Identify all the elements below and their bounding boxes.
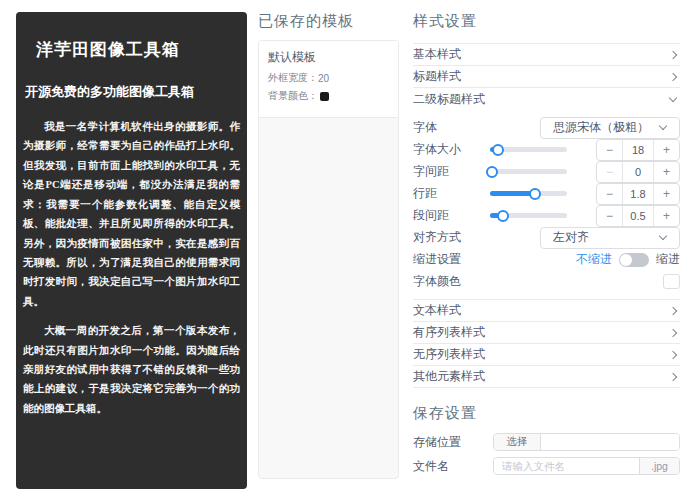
style-settings-title: 样式设置 [413,12,680,31]
font-size-value[interactable]: 18 [622,140,654,160]
indent-off-label: 不缩进 [576,251,612,268]
slider-handle[interactable] [497,210,509,222]
letter-spacing-value[interactable]: 0 [622,162,654,182]
switch-knob [620,254,632,266]
filename-group: .jpg [493,457,680,475]
font-family-select[interactable]: 思源宋体（极粗） [540,117,680,139]
section-basic-style[interactable]: 基本样式 [413,44,680,66]
h2-style-form: 字体 思源宋体（极粗） 字体大小 − 18 + [413,110,680,299]
section-title-style[interactable]: 标题样式 [413,66,680,88]
alignment-value: 左对齐 [553,229,589,246]
plus-button[interactable]: + [654,206,679,226]
preview-subtitle: 开源免费的多功能图像工具箱 [25,83,242,101]
filename-label: 文件名 [413,458,490,475]
template-name: 默认模板 [268,49,389,66]
font-size-row: 字体大小 − 18 + [413,139,680,160]
minus-button[interactable]: − [597,162,622,182]
slider-handle[interactable] [486,166,498,178]
save-settings-form: 存储位置 选择 文件名 .jpg [413,433,680,475]
template-border-width-value: 20 [318,73,329,84]
line-height-label: 行距 [413,185,490,202]
storage-location-label: 存储位置 [413,434,490,451]
template-list: 默认模板 外框宽度： 20 背景颜色： [258,40,399,479]
style-settings-panel: 样式设置 基本样式 标题样式 二级标题样式 字体 思源宋体（极粗） [413,12,680,495]
minus-button[interactable]: − [597,184,622,204]
paragraph-spacing-row: 段间距 − 0.5 + [413,205,680,226]
indent-row: 缩进设置 不缩进 缩进 [413,249,680,270]
chevron-right-icon [669,306,677,314]
section-other-elements-style-label: 其他元素样式 [413,368,485,385]
template-border-width: 外框宽度： 20 [268,71,389,85]
font-color-label: 字体颜色 [413,273,490,290]
section-unordered-list-style[interactable]: 无序列表样式 [413,344,680,366]
paragraph-spacing-value[interactable]: 0.5 [622,206,654,226]
paragraph-spacing-label: 段间距 [413,207,490,224]
alignment-label: 对齐方式 [413,229,490,246]
slider-handle[interactable] [529,188,541,200]
font-size-slider[interactable] [490,147,567,152]
font-family-value: 思源宋体（极粗） [553,119,649,136]
chevron-down-icon [659,121,667,129]
font-color-swatch[interactable] [663,274,680,289]
filename-row: 文件名 .jpg [413,457,680,475]
minus-button[interactable]: − [597,140,622,160]
letter-spacing-label: 字间距 [413,163,490,180]
indent-label: 缩进设置 [413,251,490,268]
template-bg-color: 背景颜色： [268,89,389,103]
section-text-style-label: 文本样式 [413,302,461,319]
preview-paragraph: 我是一名学计算机软件出身的摄影师。作为摄影师，经常需要为自己的作品打上水印。但我… [23,117,240,311]
storage-location-input[interactable] [541,434,679,450]
chevron-right-icon [669,372,677,380]
font-color-row: 字体颜色 [413,271,680,292]
section-basic-style-label: 基本样式 [413,46,461,63]
slider-handle[interactable] [492,144,504,156]
templates-panel-title: 已保存的模板 [258,12,399,31]
chevron-right-icon [669,350,677,358]
section-other-elements-style[interactable]: 其他元素样式 [413,366,680,388]
letter-spacing-row: 字间距 − 0 + [413,161,680,182]
storage-location-row: 存储位置 选择 [413,433,680,451]
save-settings-title: 保存设置 [413,404,680,423]
plus-button[interactable]: + [654,184,679,204]
filename-input[interactable] [494,458,639,474]
letter-spacing-stepper: − 0 + [596,161,680,183]
storage-location-group: 选择 [493,433,680,451]
plus-button[interactable]: + [654,162,679,182]
section-h2-style-label: 二级标题样式 [413,91,485,108]
template-item-default[interactable]: 默认模板 外框宽度： 20 背景颜色： [259,41,398,118]
template-border-width-label: 外框宽度： [268,71,318,85]
chevron-down-icon [659,231,667,239]
templates-panel: 已保存的模板 默认模板 外框宽度： 20 背景颜色： [258,12,399,479]
section-title-style-label: 标题样式 [413,68,461,85]
choose-location-button[interactable]: 选择 [494,434,541,450]
line-height-value[interactable]: 1.8 [622,184,654,204]
template-bg-color-label: 背景颜色： [268,89,318,103]
section-text-style[interactable]: 文本样式 [413,300,680,322]
font-family-row: 字体 思源宋体（极粗） [413,117,680,138]
filename-extension: .jpg [639,458,679,474]
paragraph-spacing-stepper: − 0.5 + [596,205,680,227]
chevron-right-icon [669,50,677,58]
font-size-label: 字体大小 [413,141,490,158]
alignment-select[interactable]: 左对齐 [540,227,680,249]
line-height-slider[interactable] [490,191,567,196]
section-ordered-list-style[interactable]: 有序列表样式 [413,322,680,344]
watermark-editor: 洋芋田图像工具箱 开源免费的多功能图像工具箱 我是一名学计算机软件出身的摄影师。… [0,0,690,495]
indent-on-label: 缩进 [656,251,680,268]
alignment-row: 对齐方式 左对齐 [413,227,680,248]
section-h2-style[interactable]: 二级标题样式 [413,88,680,110]
letter-spacing-slider[interactable] [490,169,567,174]
template-bg-color-chip [320,92,329,101]
font-size-stepper: − 18 + [596,139,680,161]
style-collapse-group: 基本样式 标题样式 二级标题样式 字体 思源宋体（极粗） [413,43,680,299]
section-ordered-list-style-label: 有序列表样式 [413,324,485,341]
chevron-down-icon [669,93,677,101]
indent-switch[interactable] [619,253,649,267]
paragraph-spacing-slider[interactable] [490,213,567,218]
minus-button[interactable]: − [597,206,622,226]
plus-button[interactable]: + [654,140,679,160]
line-height-row: 行距 − 1.8 + [413,183,680,204]
indent-toggle-group: 不缩进 缩进 [576,251,680,268]
preview-paragraph: 大概一周的开发之后，第一个版本发布，此时还只有图片加水印一个功能。因为随后给亲朋… [23,321,240,418]
preview-title: 洋芋田图像工具箱 [36,38,242,61]
